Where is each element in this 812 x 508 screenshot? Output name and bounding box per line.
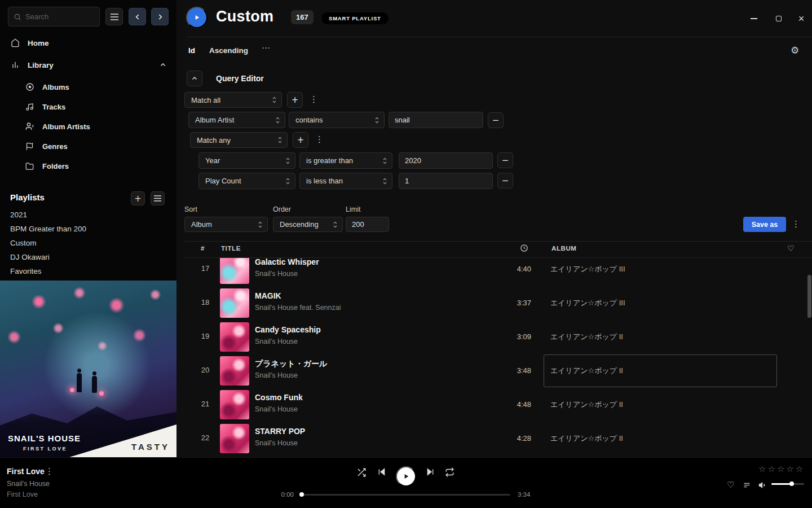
col-album-header[interactable]: ALBUM [551, 245, 577, 252]
search-input[interactable] [25, 12, 94, 21]
seek-bar[interactable] [302, 494, 510, 496]
sidebar-item-home[interactable]: Home [0, 34, 176, 51]
queue-button[interactable] [743, 481, 751, 489]
sidebar-item-folders[interactable]: Folders [0, 157, 176, 174]
now-playing-album-art[interactable]: SNAIL'S HOUSE FIRST LOVE TASTY [0, 281, 176, 457]
table-row[interactable]: 19 Candy Spaceship Snail's House 3:09 エイ… [176, 320, 812, 354]
nav-forward-button[interactable] [151, 8, 169, 25]
play-pause-button[interactable] [396, 466, 416, 487]
chevrons-up-down-icon [285, 177, 290, 185]
playlist-item[interactable]: BPM Greater than 200 [10, 225, 86, 233]
remove-rule-button[interactable]: − [488, 112, 504, 128]
favorite-heart-icon[interactable]: ♡ [787, 244, 795, 253]
now-playing-menu-button[interactable]: ⋮ [45, 467, 54, 476]
previous-track-button[interactable] [377, 467, 386, 476]
chevron-right-icon [156, 13, 164, 21]
table-row[interactable]: 18 MAGIK Snail's House feat. Sennzai 3:3… [176, 286, 812, 320]
rule-operator-select[interactable]: contains [289, 112, 385, 128]
sort-field-button[interactable]: Id [188, 46, 195, 55]
close-button[interactable]: × [795, 12, 807, 25]
table-row[interactable]: 20 プラネット・ガール Snail's House 3:48 エイリアン☆ポッ… [176, 354, 812, 388]
volume-knob[interactable] [789, 481, 794, 486]
star-icon[interactable]: ☆ [786, 464, 793, 474]
shuffle-button[interactable] [356, 467, 367, 478]
sort-select[interactable]: Album [184, 217, 268, 232]
sidebar-item-album-artists[interactable]: Album Artists [0, 118, 176, 135]
library-icon [10, 60, 20, 70]
table-row[interactable]: 17 Galactic Whisper Snail's House 4:40 エ… [176, 258, 812, 286]
group-rule-value-input[interactable] [399, 152, 493, 169]
album-cell[interactable]: エイリアン☆ポップ II [544, 321, 777, 353]
volume-slider[interactable] [771, 483, 804, 485]
rating-stars[interactable]: ☆ ☆ ☆ ☆ ☆ [758, 464, 803, 474]
menu-button[interactable] [105, 8, 123, 25]
group-menu-button[interactable]: ⋮ [315, 135, 324, 144]
playlist-item[interactable]: Favorites [10, 267, 42, 275]
star-icon[interactable]: ☆ [796, 464, 803, 474]
star-icon[interactable]: ☆ [767, 464, 775, 474]
nav-back-button[interactable] [129, 8, 146, 25]
remove-group-rule-button[interactable]: − [497, 152, 513, 168]
rule-field-select[interactable]: Album Artist [188, 112, 285, 128]
volume-button[interactable] [758, 480, 767, 490]
col-index-header[interactable]: # [201, 245, 205, 252]
album-cell[interactable]: エイリアン☆ポップ III [544, 287, 777, 319]
order-select[interactable]: Descending [273, 217, 343, 232]
sort-more-button[interactable]: ⋯ [262, 43, 271, 53]
star-icon[interactable]: ☆ [777, 464, 784, 474]
album-name: エイリアン☆ポップ III [550, 298, 625, 308]
star-icon[interactable]: ☆ [758, 464, 766, 474]
chevrons-up-down-icon [382, 157, 387, 165]
match-all-select[interactable]: Match all [184, 92, 282, 108]
rule-value-input[interactable] [389, 112, 483, 128]
limit-input[interactable] [346, 217, 389, 232]
group-rule-operator-select[interactable]: is less than [299, 173, 392, 189]
playlist-item[interactable]: Custom [10, 239, 37, 247]
sidebar-item-albums[interactable]: Albums [0, 78, 176, 95]
save-menu-button[interactable]: ⋮ [792, 220, 800, 229]
track-duration: 3:37 [484, 299, 531, 307]
match-any-select[interactable]: Match any [190, 132, 288, 148]
sidebar-item-tracks[interactable]: Tracks [0, 98, 176, 115]
rule-group-menu-button[interactable]: ⋮ [310, 95, 318, 104]
seek-knob[interactable] [299, 492, 304, 497]
scrollbar-thumb[interactable] [807, 275, 811, 318]
add-rule-button[interactable]: + [287, 92, 303, 108]
skip-forward-icon [426, 467, 435, 476]
sort-direction-button[interactable]: Ascending [209, 46, 248, 55]
minimize-button[interactable] [748, 12, 760, 25]
group-rule-field-select[interactable]: Year [198, 152, 295, 169]
duration-clock-icon[interactable] [520, 244, 528, 253]
group-rule-value-input[interactable] [399, 173, 493, 189]
collapse-chevron-up-icon[interactable] [160, 62, 166, 68]
album-cell[interactable]: エイリアン☆ポップ III [544, 258, 777, 286]
sidebar-item-genres[interactable]: Genres [0, 138, 176, 155]
repeat-button[interactable] [445, 467, 454, 477]
sidebar-item-library[interactable]: Library [0, 56, 176, 73]
play-playlist-button[interactable] [186, 7, 208, 28]
table-row[interactable]: 22 STARRY POP Snail's House 4:28 エイリアン☆ポ… [176, 422, 812, 456]
add-group-rule-button[interactable]: + [293, 132, 308, 148]
playlist-list-button[interactable] [151, 191, 165, 205]
maximize-button[interactable] [773, 12, 785, 25]
album-cell[interactable]: エイリアン☆ポップ II [544, 388, 777, 421]
add-playlist-button[interactable]: + [131, 191, 145, 205]
group-rule-operator-select[interactable]: is greater than [299, 152, 392, 169]
group-rule-field-select[interactable]: Play Count [198, 173, 295, 189]
search-box[interactable] [8, 7, 100, 27]
track-artist: Snail's House [255, 270, 298, 278]
save-as-button[interactable]: Save as [743, 217, 786, 232]
playlist-item[interactable]: DJ Okawari [10, 253, 50, 261]
col-title-header[interactable]: TITLE [221, 245, 241, 252]
playlist-item[interactable]: 2021 [10, 211, 27, 219]
remove-group-rule-button[interactable]: − [497, 173, 513, 189]
favorite-button[interactable]: ♡ [727, 480, 734, 490]
sidebar-item-label: Home [28, 39, 49, 47]
query-editor-collapse-button[interactable] [187, 71, 202, 86]
album-cell[interactable]: エイリアン☆ポップ II [544, 422, 777, 455]
next-track-button[interactable] [426, 467, 435, 476]
sidebar-item-label: Albums [42, 83, 69, 91]
settings-gear-icon[interactable]: ⚙ [791, 45, 799, 56]
table-row[interactable]: 21 Cosmo Funk Snail's House 4:48 エイリアン☆ポ… [176, 388, 812, 422]
album-cell-focused[interactable]: エイリアン☆ポップ II [544, 354, 777, 387]
